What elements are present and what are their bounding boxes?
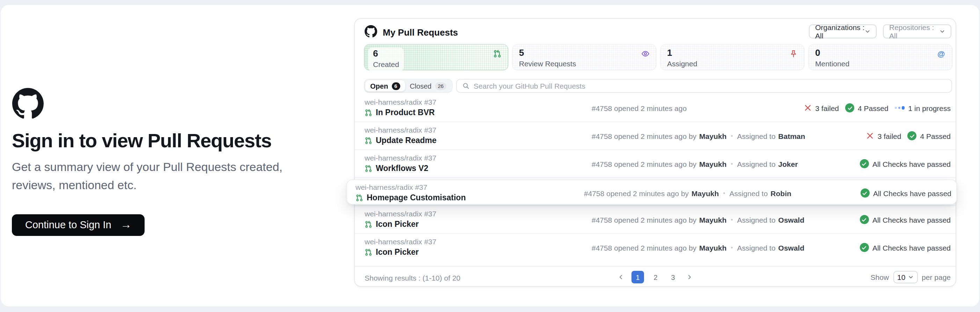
pr-checks: All Checks have passed bbox=[860, 159, 951, 168]
show-label: Show bbox=[871, 273, 889, 281]
git-pull-request-icon bbox=[364, 220, 372, 228]
pr-meta: #4758 opened 2 minutes ago byMayukh • As… bbox=[592, 216, 804, 224]
page-button-1[interactable]: 1 bbox=[632, 271, 644, 283]
chevron-down-icon bbox=[940, 29, 945, 34]
tabs-and-search-row: Open 6 Closed 26 bbox=[364, 79, 952, 93]
stat-card-assigned[interactable]: 1 Assigned bbox=[660, 44, 805, 71]
dot-separator: • bbox=[729, 133, 734, 139]
pr-title[interactable]: In Product BVR bbox=[376, 108, 435, 117]
check-circle-icon bbox=[861, 188, 870, 198]
chevron-down-icon bbox=[908, 274, 913, 280]
checks-failed: 3 failed bbox=[804, 104, 839, 112]
x-icon bbox=[804, 104, 812, 112]
checks-passed: 4 Passed bbox=[845, 103, 888, 112]
state-tabs: Open 6 Closed 26 bbox=[364, 79, 453, 93]
organizations-dropdown-label: Organizations : All bbox=[815, 23, 865, 40]
repositories-dropdown-label: Repositories : All bbox=[889, 23, 940, 40]
pr-checks: All Checks have passed bbox=[861, 188, 951, 198]
pin-icon bbox=[789, 49, 798, 58]
stat-value: 5 bbox=[519, 48, 650, 59]
pr-title[interactable]: Workflows V2 bbox=[376, 164, 428, 173]
eye-icon bbox=[641, 49, 650, 58]
arrow-right-icon: → bbox=[121, 219, 132, 230]
git-pull-request-icon bbox=[356, 194, 363, 201]
pr-meta: #4758 opened 2 minutes ago byMayukh • As… bbox=[592, 160, 798, 168]
pr-checks: 3 failed 4 Passed bbox=[867, 131, 951, 140]
check-circle-icon bbox=[860, 243, 869, 252]
pr-list-item[interactable]: wei-harness/radix #37 In Product BVR #47… bbox=[355, 94, 956, 122]
pr-title[interactable]: Icon Picker bbox=[376, 220, 419, 228]
stat-card-review-requests[interactable]: 5 Review Requests bbox=[512, 44, 657, 71]
dot-separator: • bbox=[729, 216, 734, 223]
next-page-button[interactable] bbox=[684, 272, 694, 282]
pr-list-item[interactable]: wei-harness/radix #37 Update Readme #475… bbox=[355, 122, 956, 150]
signin-title: Sign in to view Pull Requests bbox=[12, 130, 340, 152]
dot-separator: • bbox=[729, 244, 734, 251]
pr-list-item-slot: wei-harness/radix #37 Homepage Customisa… bbox=[355, 178, 956, 206]
page-button-2[interactable]: 2 bbox=[650, 271, 662, 283]
checks-failed: 3 failed bbox=[867, 131, 901, 140]
check-circle-icon bbox=[860, 215, 869, 224]
continue-signin-label: Continue to Sign In bbox=[25, 219, 111, 230]
per-page-label: per page bbox=[922, 273, 951, 281]
search-input[interactable] bbox=[474, 82, 946, 90]
signin-subtitle: Get a summary view of your Pull Requests… bbox=[12, 158, 319, 195]
pr-title[interactable]: Icon Picker bbox=[376, 248, 419, 256]
stats-row: 6 Created 5 Review Requests 1 Assigned 0… bbox=[364, 44, 953, 71]
page-size-value: 10 bbox=[897, 273, 905, 281]
pr-title[interactable]: Update Readme bbox=[376, 136, 437, 144]
stat-label: Created bbox=[373, 60, 399, 68]
open-count-badge: 6 bbox=[391, 82, 400, 90]
pr-list-item[interactable]: wei-harness/radix #37 Icon Picker #4758 … bbox=[355, 206, 956, 234]
stat-card-mentioned[interactable]: 0 Mentioned @ bbox=[808, 44, 953, 71]
card-title: My Pull Requests bbox=[383, 27, 458, 38]
check-circle-icon bbox=[860, 159, 869, 168]
pr-checks: 3 failed 4 Passed 1 in progress bbox=[804, 103, 951, 112]
continue-signin-button[interactable]: Continue to Sign In → bbox=[12, 214, 145, 236]
results-summary: Showing results : (1-10) of 20 bbox=[364, 274, 460, 282]
at-icon: @ bbox=[937, 49, 946, 58]
git-pull-request-icon bbox=[364, 136, 372, 144]
repositories-dropdown[interactable]: Repositories : All bbox=[883, 24, 951, 38]
tab-open[interactable]: Open 6 bbox=[365, 80, 405, 92]
prev-page-button[interactable] bbox=[616, 272, 626, 282]
page-button-3[interactable]: 3 bbox=[667, 271, 679, 283]
page-size-select[interactable]: 10 bbox=[893, 271, 918, 283]
git-pull-request-icon bbox=[493, 49, 501, 58]
checks-all-passed: All Checks have passed bbox=[861, 188, 951, 198]
pr-checks: All Checks have passed bbox=[860, 215, 951, 224]
stat-label: Mentioned bbox=[815, 59, 946, 68]
card-header: My Pull Requests Organizations : All Rep… bbox=[355, 19, 956, 44]
stat-value: 6 bbox=[373, 49, 399, 59]
git-pull-request-icon bbox=[364, 165, 372, 172]
search-box bbox=[456, 79, 952, 93]
stat-value: 1 bbox=[667, 48, 798, 59]
filters: Organizations : All Repositories : All bbox=[809, 24, 951, 38]
github-logo-icon bbox=[364, 25, 377, 38]
progress-dots-icon bbox=[895, 106, 905, 109]
dot-separator: • bbox=[729, 160, 734, 168]
pr-checks: All Checks have passed bbox=[860, 243, 951, 252]
pr-title[interactable]: Homepage Customisation bbox=[367, 193, 466, 202]
organizations-dropdown[interactable]: Organizations : All bbox=[809, 24, 877, 38]
pr-meta: #4758 opened 2 minutes ago byMayukh • As… bbox=[592, 244, 804, 252]
pr-list-item-hovered[interactable]: wei-harness/radix #37 Homepage Customisa… bbox=[347, 179, 957, 204]
pr-meta: #4758 opened 2 minutes ago bbox=[592, 104, 687, 112]
checks-in-progress: 1 in progress bbox=[895, 104, 951, 112]
pr-meta: #4758 opened 2 minutes ago byMayukh • As… bbox=[584, 189, 791, 198]
check-circle-icon bbox=[907, 131, 916, 140]
pr-meta: #4758 opened 2 minutes ago byMayukh • As… bbox=[592, 132, 805, 140]
checks-all-passed: All Checks have passed bbox=[860, 215, 951, 224]
stat-label: Review Requests bbox=[519, 59, 650, 68]
pr-list-item[interactable]: wei-harness/radix #37 Icon Picker #4758 … bbox=[355, 234, 956, 262]
page-size-control: Show 10 per page bbox=[871, 271, 951, 283]
checks-passed: 4 Passed bbox=[907, 131, 951, 140]
tab-open-label: Open bbox=[370, 82, 388, 90]
stat-card-created[interactable]: 6 Created bbox=[364, 44, 509, 71]
pr-list-item[interactable]: wei-harness/radix #37 Workflows V2 #4758… bbox=[355, 150, 956, 178]
chevron-down-icon bbox=[865, 29, 870, 34]
git-pull-request-icon bbox=[364, 109, 372, 116]
stat-label: Assigned bbox=[667, 59, 798, 68]
tab-closed[interactable]: Closed 26 bbox=[405, 80, 451, 92]
pagination: 1 2 3 bbox=[616, 271, 694, 283]
